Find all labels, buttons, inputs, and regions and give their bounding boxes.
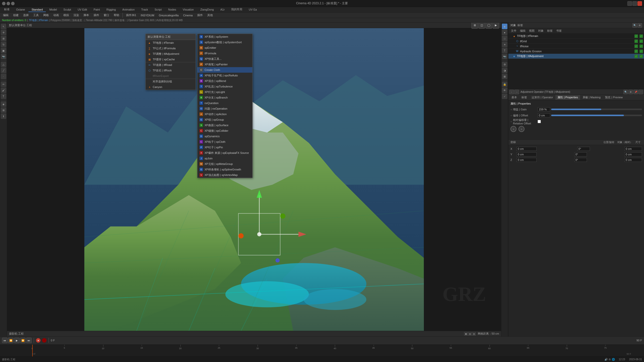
record-btn[interactable]: ● xyxy=(36,338,41,343)
strip-icon-cube[interactable]: □ xyxy=(502,36,507,41)
transport-tostart[interactable]: ⏮ xyxy=(2,338,8,343)
viewport-btn-2[interactable]: ◫ xyxy=(478,23,485,29)
left-icon-grid[interactable]: ⊞ xyxy=(1,107,6,113)
xp-system-sort[interactable]: S xpSystem数组 | xpSystemSort xyxy=(197,39,252,45)
right-tab-obj[interactable]: 对象 xyxy=(537,29,545,33)
left-icon-brush[interactable]: ✏ xyxy=(1,81,6,87)
menu-script[interactable]: 脚本 xyxy=(82,13,91,18)
strip-icon-sphere[interactable]: ● xyxy=(502,30,507,35)
menu-cinema[interactable]: Cinema xyxy=(181,13,195,17)
menu-insydium[interactable]: INSYDIUM xyxy=(139,13,156,17)
tab-nodes[interactable]: Nodes xyxy=(165,8,179,12)
xp-pcreauto[interactable]: A XP粒子生产机 | xpcReAuto xyxy=(197,73,252,78)
left-icon-rotate[interactable]: ↻ xyxy=(1,42,6,47)
reloffset-checkbox[interactable] xyxy=(538,120,541,123)
dropdown-item-tfroad[interactable]: ═ TF道路 | tfRoad xyxy=(146,62,195,68)
right-tab-file[interactable]: 文件 xyxy=(509,29,518,33)
dropdown-item-tfterrain[interactable]: ▲ TF地形 | tfTerrain xyxy=(146,40,195,46)
menu-plugin2[interactable]: 插件 xyxy=(195,13,205,18)
tfgrid-vis2[interactable]: ✓ xyxy=(639,39,643,43)
maximize-button[interactable] xyxy=(7,2,10,5)
tfterrain-vis2[interactable]: ✓ xyxy=(639,34,643,38)
menu-render[interactable]: 渲染 xyxy=(71,13,81,18)
dropdown-item-tfriverexport[interactable]: tfRiverExport xyxy=(146,73,195,79)
xp-splinegrowth[interactable]: G XP样条增长 | xpSplineGrowth xyxy=(197,167,252,172)
props-settings-icon[interactable]: ⚙ xyxy=(628,90,633,94)
xp-explosion[interactable]: X XP爆炸 来源 | xpExploaiaFX Source xyxy=(197,150,252,156)
left-icon-camera[interactable]: 📷 xyxy=(1,54,6,59)
props-tab-masking[interactable]: 屏蔽 | Masking xyxy=(581,95,603,100)
strip-icon-cam[interactable]: 📷 xyxy=(502,54,507,59)
tfadjustment-vis2[interactable]: ✓ xyxy=(639,55,643,58)
menu-simulate[interactable]: 模拟 xyxy=(61,13,71,18)
tfadjustment-vis1[interactable]: ✓ xyxy=(634,55,638,58)
left-icon-tag[interactable]: ◈ xyxy=(1,101,6,107)
coord-mode-size[interactable]: 尺寸 xyxy=(634,141,642,144)
left-icon-scale[interactable]: ⊞ xyxy=(1,36,6,41)
tfnoise-vis1[interactable]: ✓ xyxy=(634,44,638,48)
window-restore[interactable] xyxy=(632,1,637,6)
xp-turbulence[interactable]: T XP乱流 | xpTurbulence xyxy=(197,84,252,89)
transport-toend[interactable]: ⏭ xyxy=(26,338,32,343)
offset-slider-track[interactable] xyxy=(551,115,642,116)
offset-value-input[interactable] xyxy=(538,113,550,117)
xp-cloth[interactable]: C XP粒子 | xpCloth xyxy=(197,139,252,145)
left-icon-text[interactable]: T xyxy=(1,94,6,99)
props-pin-icon[interactable]: 📌 xyxy=(633,90,638,94)
viewport-grid-btn-3[interactable]: ▥ xyxy=(472,332,476,336)
tab-uvea[interactable]: UV Ea xyxy=(246,8,260,12)
tab-script[interactable]: Script xyxy=(151,8,165,12)
hydraulic-vis2[interactable]: ✓ xyxy=(639,50,643,53)
left-icon-edge[interactable]: ╱ xyxy=(1,68,6,73)
props-circle-btn-2[interactable]: ○ xyxy=(518,126,525,132)
menu-create[interactable]: 创建 xyxy=(11,13,21,18)
tab-animation[interactable]: Animation xyxy=(119,8,138,12)
xp-question[interactable]: ? nxQuestion xyxy=(197,100,252,106)
props-tab-properties[interactable]: 属性 | Properties xyxy=(555,95,580,100)
menu-help[interactable]: 帮助 xyxy=(112,13,121,18)
props-fwd-btn[interactable]: → xyxy=(514,90,519,94)
gain-value-input[interactable] xyxy=(538,107,550,111)
tab-rigging[interactable]: Rigging xyxy=(103,8,119,12)
left-icon-poly[interactable]: △ xyxy=(1,62,6,67)
left-icon-move[interactable]: ✛ xyxy=(1,30,6,35)
dropdown-item-tfadjustment[interactable]: ◈ TF调整 | tfAdjustment xyxy=(146,51,195,57)
menu-plugin[interactable]: 插件 xyxy=(92,13,101,18)
strip-icon-check[interactable]: ✓ xyxy=(502,94,507,99)
viewport-btn-1[interactable]: ⊞ xyxy=(471,23,478,29)
menu-animate[interactable]: 动画 xyxy=(51,13,61,18)
left-icon-paint[interactable]: 🖌 xyxy=(1,87,6,93)
left-icon-cursor[interactable]: ↖ xyxy=(1,24,6,29)
record-auto-btn[interactable] xyxy=(42,338,47,343)
strip-icon-eye[interactable]: 👁 xyxy=(502,87,507,93)
obj-row-tfnoise[interactable]: ~ tfNoise ✓ ✓ xyxy=(508,44,644,49)
strip-icon-text[interactable]: T xyxy=(502,48,507,53)
strip-icon-lock[interactable]: 🔒 xyxy=(502,81,507,87)
tab-biaozhun[interactable]: 标准 xyxy=(1,7,13,12)
coord-z-pos[interactable] xyxy=(516,158,537,162)
coord-mode-pos[interactable]: 位置/旋转 xyxy=(602,141,616,144)
right-tab-view[interactable]: 视图 xyxy=(528,29,536,33)
window-minimize[interactable] xyxy=(627,1,632,6)
coord-z-rot[interactable] xyxy=(574,158,587,162)
xp-system[interactable]: S XP系统 | xpSystem xyxy=(197,34,252,39)
tab-standard[interactable]: Standard xyxy=(28,8,46,12)
xp-light[interactable]: L XP灯光 | xpLight xyxy=(197,89,252,95)
xp-surface[interactable]: S XP曲面 | xpSurface xyxy=(197,122,252,128)
xp-collider[interactable]: C XP碰撞 | xpCollider xyxy=(197,128,252,133)
right-tab-bookmark[interactable]: 书签 xyxy=(555,29,563,33)
obj-row-hydraulic[interactable]: W Hydraulic Erosion ✓ ✓ xyxy=(508,49,644,54)
tab-sculpt[interactable]: Sculpt xyxy=(60,8,74,12)
strip-icon-active[interactable]: ◈ xyxy=(502,24,507,29)
viewport-btn-3[interactable]: ◯ xyxy=(486,23,492,29)
xp-blend[interactable]: B XP混合 | xpBlend xyxy=(197,78,252,84)
create-cloth-item[interactable]: C Create Cloth xyxy=(197,67,252,73)
xp-branch[interactable]: B XP分支 | xpBranch xyxy=(197,95,252,100)
xp-vertexmap[interactable]: V XP顶点贴图 | xpVertexMap xyxy=(197,172,252,178)
tray-icon-1[interactable]: 🔊 xyxy=(605,358,608,361)
right-tab-edit[interactable]: 编辑 xyxy=(518,29,527,33)
obj-tab-2[interactable]: 标签 xyxy=(517,23,523,27)
strip-icon-uv[interactable]: ⊠ xyxy=(502,74,507,79)
right-tab-tag[interactable]: 标签 xyxy=(546,29,554,33)
strip-icon-gear[interactable]: ⚙ xyxy=(502,62,507,67)
